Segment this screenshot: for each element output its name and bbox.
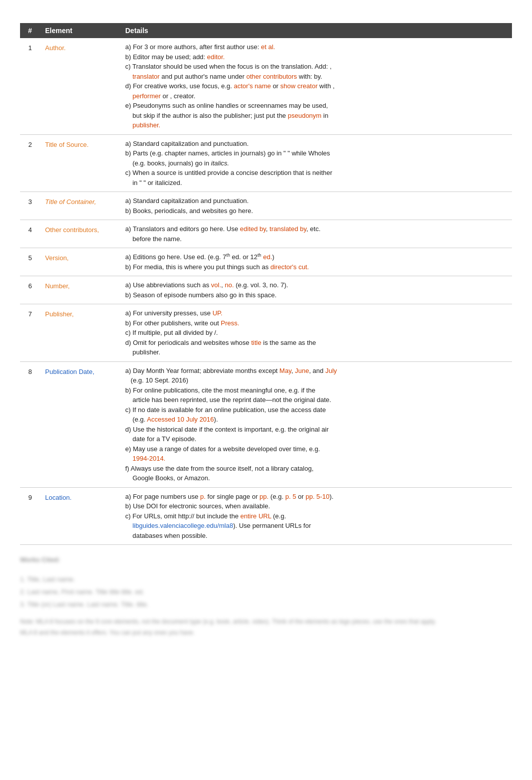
col-header-num: # bbox=[20, 23, 40, 38]
row-number: 2 bbox=[20, 134, 40, 192]
table-row: 2Title of Source.a) Standard capitalizat… bbox=[20, 134, 512, 192]
row-element: Other contributors, bbox=[40, 220, 120, 248]
row-details: a) For 3 or more authors, after first au… bbox=[120, 38, 512, 134]
example-items: 1. Title, Last name. 2. Last name, First… bbox=[20, 574, 512, 610]
row-element: Location. bbox=[40, 487, 120, 545]
works-cited-label: Works Cited: bbox=[20, 556, 60, 563]
row-element: Publication Date, bbox=[40, 361, 120, 487]
row-element: Version, bbox=[40, 248, 120, 276]
row-details: a) Day Month Year format; abbreviate mon… bbox=[120, 361, 512, 487]
row-element: Number, bbox=[40, 276, 120, 304]
row-number: 5 bbox=[20, 248, 40, 276]
row-number: 1 bbox=[20, 38, 40, 134]
col-header-details: Details bbox=[120, 23, 512, 38]
row-element: Title of Source. bbox=[40, 134, 120, 192]
row-number: 9 bbox=[20, 487, 40, 545]
table-row: 3Title of Container,a) Standard capitali… bbox=[20, 192, 512, 220]
row-element: Title of Container, bbox=[40, 192, 120, 220]
row-number: 3 bbox=[20, 192, 40, 220]
table-row: 4Other contributors,a) Translators and e… bbox=[20, 220, 512, 248]
table-row: 1Author.a) For 3 or more authors, after … bbox=[20, 38, 512, 134]
row-details: a) Standard capitalization and punctuati… bbox=[120, 134, 512, 192]
row-details: a) Standard capitalization and punctuati… bbox=[120, 192, 512, 220]
row-details: a) Translators and editors go here. Use … bbox=[120, 220, 512, 248]
row-number: 8 bbox=[20, 361, 40, 487]
table-row: 6Number,a) Use abbreviations such as vol… bbox=[20, 276, 512, 304]
row-details: a) For university presses, use UP.b) For… bbox=[120, 304, 512, 362]
row-details: a) Editions go here. Use ed. (e.g. 7th e… bbox=[120, 248, 512, 276]
table-row: 7Publisher,a) For university presses, us… bbox=[20, 304, 512, 362]
table-row: 9Location.a) For page numbers use p. for… bbox=[20, 487, 512, 545]
row-details: a) Use abbreviations such as vol., no. (… bbox=[120, 276, 512, 304]
note-section: Note: MLA 8 focuses on the 9 core elemen… bbox=[20, 617, 512, 637]
row-number: 7 bbox=[20, 304, 40, 362]
row-number: 6 bbox=[20, 276, 40, 304]
row-element: Publisher, bbox=[40, 304, 120, 362]
bottom-section: Works Cited: 1. Title, Last name. 2. Las… bbox=[20, 555, 512, 637]
table-row: 8Publication Date,a) Day Month Year form… bbox=[20, 361, 512, 487]
row-number: 4 bbox=[20, 220, 40, 248]
row-details: a) For page numbers use p. for single pa… bbox=[120, 487, 512, 545]
reference-table: # Element Details 1Author.a) For 3 or mo… bbox=[20, 23, 512, 545]
col-header-element: Element bbox=[40, 23, 120, 38]
row-element: Author. bbox=[40, 38, 120, 134]
table-row: 5Version,a) Editions go here. Use ed. (e… bbox=[20, 248, 512, 276]
